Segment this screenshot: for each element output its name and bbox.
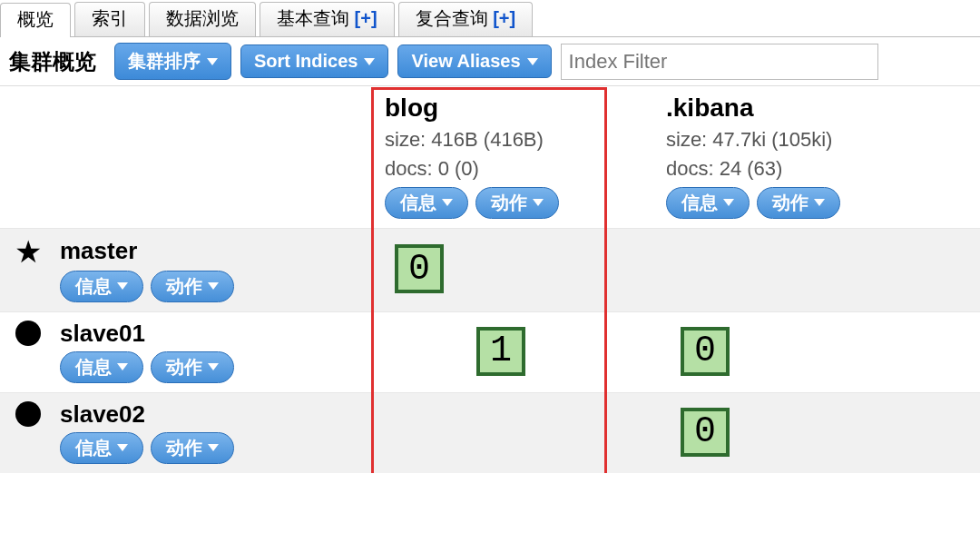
chevron-down-icon — [527, 58, 538, 65]
plus-icon: [+] — [493, 8, 515, 28]
index-action-button[interactable]: 动作 — [757, 187, 840, 219]
tab-1[interactable]: 索引 — [74, 2, 145, 36]
index-filter-input[interactable] — [561, 44, 878, 80]
node-icon — [13, 401, 44, 427]
chevron-down-icon — [117, 444, 128, 451]
index-docs: docs: 24 (63) — [666, 157, 967, 181]
tab-bar: 概览索引数据浏览基本查询 [+]复合查询 [+] — [0, 0, 980, 37]
node-icon — [13, 321, 44, 346]
chevron-down-icon — [208, 282, 219, 290]
chevron-down-icon — [364, 58, 375, 65]
toolbar: 集群概览 集群排序 Sort Indices View Aliases — [0, 37, 980, 86]
view-aliases-label: View Aliases — [411, 51, 520, 72]
blog-shard-cell-1: 1 — [372, 311, 653, 392]
index-action-button[interactable]: 动作 — [475, 187, 559, 219]
empty-header-cell — [0, 86, 372, 228]
kibana-shard-cell-1: 0 — [653, 311, 980, 392]
blog-shard-cell-2 — [372, 392, 653, 473]
sort-indices-label: Sort Indices — [254, 51, 358, 72]
chevron-down-icon — [117, 363, 128, 370]
cluster-title: 集群概览 — [9, 47, 96, 76]
sort-cluster-button[interactable]: 集群排序 — [114, 43, 231, 80]
index-size: size: 47.7ki (105ki) — [666, 128, 967, 152]
tab-3[interactable]: 基本查询 [+] — [260, 2, 395, 36]
index-docs: docs: 0 (0) — [385, 157, 641, 181]
shard-box[interactable]: 1 — [476, 327, 525, 376]
chevron-down-icon — [533, 199, 544, 206]
node-action-button[interactable]: 动作 — [151, 432, 234, 464]
tab-2[interactable]: 数据浏览 — [149, 2, 256, 36]
star-icon: ★ — [15, 236, 42, 267]
index-header-0: blog size: 416B (416B) docs: 0 (0) 信息 动作 — [372, 86, 653, 228]
dot-icon — [15, 321, 41, 346]
node-cell-1: slave01 信息 动作 — [0, 311, 372, 392]
tab-0[interactable]: 概览 — [0, 3, 71, 37]
shard-box[interactable]: 0 — [395, 244, 444, 293]
chevron-down-icon — [208, 363, 219, 370]
index-header-1: .kibana size: 47.7ki (105ki) docs: 24 (6… — [653, 86, 980, 228]
node-pill-row: 信息 动作 — [13, 271, 234, 302]
chevron-down-icon — [442, 199, 453, 206]
kibana-shard-cell-0 — [653, 228, 980, 311]
node-cell-2: slave02 信息 动作 — [0, 392, 372, 473]
node-name[interactable]: slave01 — [60, 320, 145, 348]
tab-4[interactable]: 复合查询 [+] — [398, 2, 534, 36]
index-name[interactable]: .kibana — [666, 94, 967, 123]
node-action-button[interactable]: 动作 — [151, 351, 234, 383]
chevron-down-icon — [208, 444, 219, 451]
sort-cluster-label: 集群排序 — [128, 49, 201, 74]
index-info-button[interactable]: 信息 — [385, 187, 468, 219]
node-icon: ★ — [13, 236, 44, 267]
blog-shard-cell-0: 0 — [372, 228, 653, 311]
shard-box[interactable]: 0 — [681, 327, 730, 376]
view-aliases-button[interactable]: View Aliases — [397, 44, 551, 78]
chevron-down-icon — [117, 282, 128, 290]
shard-box[interactable]: 0 — [681, 408, 730, 457]
kibana-shard-cell-2: 0 — [653, 392, 980, 473]
index-size: size: 416B (416B) — [385, 128, 641, 152]
chevron-down-icon — [814, 199, 825, 206]
index-name[interactable]: blog — [385, 94, 641, 123]
chevron-down-icon — [723, 199, 734, 206]
chevron-down-icon — [207, 58, 218, 65]
node-info-button[interactable]: 信息 — [60, 432, 143, 464]
node-cell-0: ★ master 信息 动作 — [0, 228, 372, 311]
sort-indices-button[interactable]: Sort Indices — [240, 44, 388, 78]
plus-icon: [+] — [355, 8, 377, 28]
node-name[interactable]: slave02 — [60, 400, 145, 429]
index-pill-row: 信息 动作 — [666, 187, 967, 219]
dot-icon — [15, 401, 41, 427]
node-name[interactable]: master — [60, 237, 137, 265]
node-info-button[interactable]: 信息 — [60, 351, 143, 383]
node-pill-row: 信息 动作 — [13, 432, 234, 464]
index-info-button[interactable]: 信息 — [666, 187, 750, 219]
index-pill-row: 信息 动作 — [385, 187, 641, 219]
node-info-button[interactable]: 信息 — [60, 271, 143, 302]
node-pill-row: 信息 动作 — [13, 351, 234, 383]
node-action-button[interactable]: 动作 — [151, 271, 234, 302]
